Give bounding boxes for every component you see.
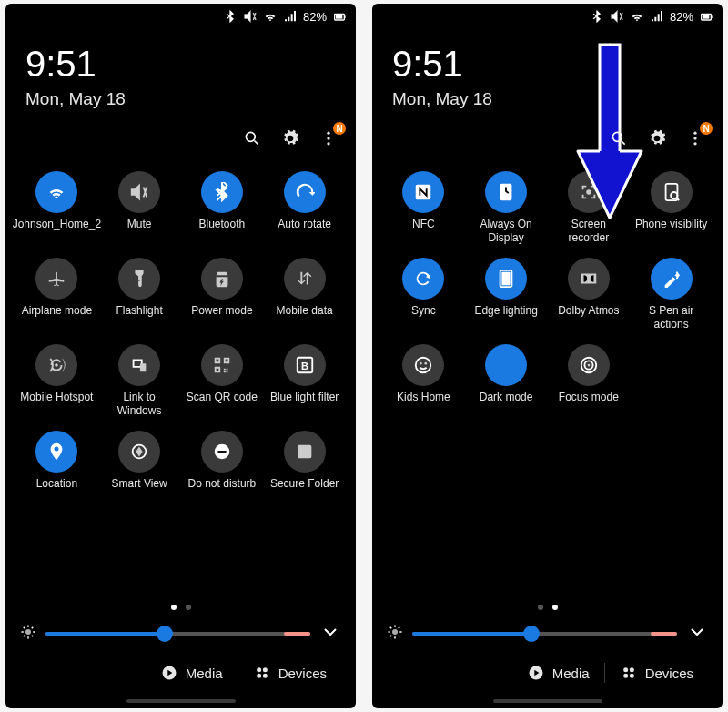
time: 9:51 [392,46,703,82]
tile-screen-recorder[interactable]: Screen recorder [551,171,628,245]
nav-handle [493,699,602,703]
tile-secure-folder[interactable]: Secure Folder [266,431,343,504]
tile-label: Flashlight [116,304,162,331]
tile-mute[interactable]: Mute [101,171,178,245]
tile-power-mode[interactable]: Power mode [184,258,261,331]
tile-wifi[interactable]: Johnson_Home_2 [18,171,96,245]
devices-button[interactable]: Devices [605,664,708,682]
new-badge: N [700,122,713,135]
tile-sync[interactable]: Sync [385,258,462,331]
page-dot-0 [171,605,177,610]
tile-focus-mode[interactable]: Focus mode [551,344,628,418]
tile-label: Mobile data [277,304,333,331]
tile-link-windows[interactable]: Link to Windows [101,344,178,418]
tile-label: Link to Windows [102,391,177,418]
secure-icon [284,431,326,473]
battery-pct: 82% [670,10,693,24]
sync-icon [402,258,444,300]
tile-flashlight[interactable]: Flashlight [101,258,178,331]
page-dot-0 [538,605,543,610]
panel-actions: N [5,117,356,171]
tile-dark-mode[interactable]: Dark mode [468,344,545,418]
brightness-row [5,614,356,654]
devices-label: Devices [278,666,327,681]
tile-label: Location [36,477,77,504]
bottom-bar: Media Devices [372,654,723,696]
tile-label: Bluetooth [199,218,246,245]
quick-settings-grid: NFC Always On Display Screen recorder Ph… [372,171,723,418]
edge-icon [485,258,527,300]
tile-label: Screen recorder [551,218,626,245]
tile-always-on[interactable]: Always On Display [468,171,545,245]
tile-label: Dark mode [480,391,533,418]
tile-auto-rotate[interactable]: Auto rotate [266,171,343,245]
tile-airplane[interactable]: Airplane mode [18,258,96,331]
date: Mon, May 18 [25,89,336,109]
tile-label: Do not disturb [188,477,257,504]
screenrec-icon [568,171,610,213]
tile-label: Secure Folder [270,477,339,504]
more-options-button[interactable]: N [316,126,341,151]
brightness-expand-button[interactable] [319,621,341,646]
nav-handle [126,699,236,703]
tile-kids-home[interactable]: Kids Home [385,344,462,418]
tile-spen[interactable]: S Pen air actions [632,258,710,331]
brightness-slider[interactable] [412,632,677,636]
tile-label: S Pen air actions [634,304,709,331]
brightness-row [372,614,723,654]
tile-label: NFC [412,218,435,245]
rotate-icon [284,171,326,213]
tile-blue-light[interactable]: Blue light filter [266,344,343,418]
settings-button[interactable] [278,126,303,151]
tile-label: Mobile Hotspot [20,391,93,418]
media-button[interactable]: Media [146,664,238,682]
tile-label: Sync [411,304,436,331]
tile-phone-visibility[interactable]: Phone visibility [632,171,710,245]
tile-smart-view[interactable]: Smart View [101,431,178,504]
search-button[interactable] [606,126,632,151]
tile-label: Smart View [112,477,167,504]
mute-icon [610,9,624,24]
media-label: Media [552,666,590,681]
smartview-icon [118,431,160,473]
settings-button[interactable] [644,126,670,151]
tile-label: Focus mode [559,391,619,418]
tile-dnd[interactable]: Do not disturb [184,431,261,504]
brightness-slider[interactable] [46,632,310,636]
media-button[interactable]: Media [512,664,604,682]
signal-icon [650,9,664,24]
mute-icon [243,9,258,24]
dolby-icon [568,258,610,300]
tile-label: Dolby Atmos [558,304,619,331]
wifi-icon [263,9,278,24]
battery-icon [332,9,347,24]
page-indicator[interactable] [372,605,723,610]
tile-label: Kids Home [397,391,450,418]
flashlight-icon [118,258,160,300]
nfc-icon [402,171,444,213]
datetime-block: 9:51 Mon, May 18 [5,27,356,117]
bluetooth-icon [201,171,243,213]
tile-nfc[interactable]: NFC [385,171,462,245]
tile-dolby-atmos[interactable]: Dolby Atmos [551,258,628,331]
tile-mobile-data[interactable]: Mobile data [266,258,343,331]
new-badge: N [333,122,346,135]
page-indicator[interactable] [5,605,356,610]
wifi-icon [35,171,77,213]
devices-button[interactable]: Devices [238,664,341,682]
tile-scan-qr[interactable]: Scan QR code [184,344,261,418]
tile-edge-lighting[interactable]: Edge lighting [468,258,545,331]
tile-location[interactable]: Location [18,431,96,504]
tile-hotspot[interactable]: Mobile Hotspot [18,344,96,418]
tile-label: Blue light filter [270,391,339,418]
visibility-icon [651,171,693,213]
search-button[interactable] [239,126,265,151]
signal-icon [283,9,298,24]
more-options-button[interactable]: N [682,126,708,151]
tile-bluetooth[interactable]: Bluetooth [184,171,261,245]
quick-settings-grid: Johnson_Home_2 Mute Bluetooth Auto rotat… [5,171,356,504]
brightness-expand-button[interactable] [686,621,708,646]
date: Mon, May 18 [392,89,703,109]
wifi-icon [630,9,644,24]
bottom-bar: Media Devices [5,654,356,696]
